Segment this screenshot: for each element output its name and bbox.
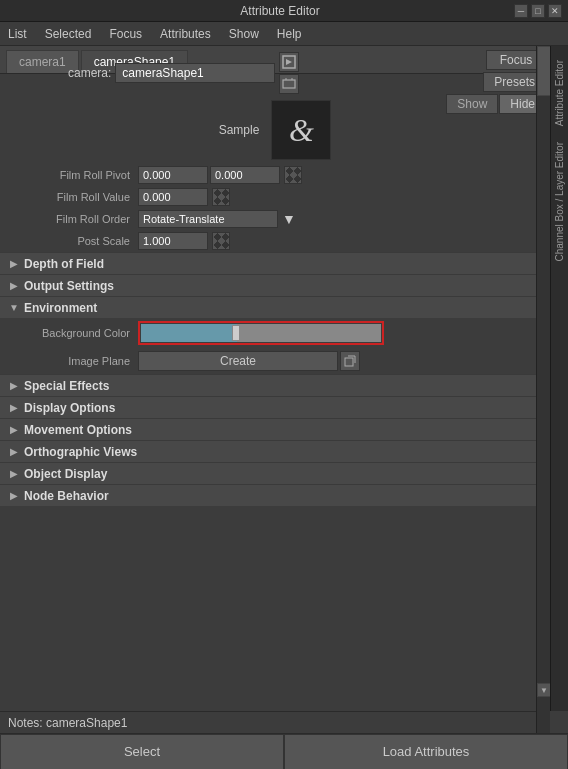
menu-help[interactable]: Help [273, 25, 306, 43]
scrollbar-down-arrow[interactable]: ▼ [537, 683, 550, 697]
bottom-bar: Select Load Attributes [0, 733, 568, 769]
sample-image: & [271, 100, 331, 160]
chevron-right-icon: ▶ [8, 258, 20, 270]
chevron-right-icon7: ▶ [8, 468, 20, 480]
section-depth-of-field-label: Depth of Field [24, 257, 104, 271]
load-attributes-button[interactable]: Load Attributes [284, 734, 568, 770]
section-movement-options-label: Movement Options [24, 423, 132, 437]
camera-icon-btn2[interactable] [279, 74, 299, 94]
menu-attributes[interactable]: Attributes [156, 25, 215, 43]
section-depth-of-field[interactable]: ▶ Depth of Field [0, 252, 550, 274]
maximize-button[interactable]: □ [531, 4, 545, 18]
right-sidebar: Attribute Editor Channel Box / Layer Edi… [550, 46, 568, 711]
section-orthographic-views-label: Orthographic Views [24, 445, 137, 459]
select-button[interactable]: Select [0, 734, 284, 770]
camera-input[interactable] [115, 63, 275, 83]
close-button[interactable]: ✕ [548, 4, 562, 18]
section-node-behavior[interactable]: ▶ Node Behavior [0, 484, 550, 506]
menu-list[interactable]: List [4, 25, 31, 43]
film-roll-pivot-x[interactable] [138, 166, 208, 184]
menu-focus[interactable]: Focus [105, 25, 146, 43]
prop-row-post-scale: Post Scale [0, 230, 550, 252]
film-roll-pivot-checker[interactable] [284, 166, 302, 184]
post-scale-label: Post Scale [8, 235, 138, 247]
menu-show[interactable]: Show [225, 25, 263, 43]
film-roll-value-label: Film Roll Value [8, 191, 138, 203]
camera-label: camera: [68, 66, 111, 80]
show-hide-row: Show Hide [446, 94, 546, 114]
minimize-button[interactable]: ─ [514, 4, 528, 18]
film-roll-order-input[interactable] [138, 210, 278, 228]
image-plane-row: Image Plane Create [0, 348, 550, 374]
chevron-down-icon: ▼ [8, 302, 20, 314]
section-environment[interactable]: ▼ Environment [0, 296, 550, 318]
notes-text: Notes: cameraShape1 [8, 716, 127, 730]
section-special-effects[interactable]: ▶ Special Effects [0, 374, 550, 396]
scrollbar-thumb[interactable] [537, 46, 550, 96]
section-movement-options[interactable]: ▶ Movement Options [0, 418, 550, 440]
sample-label: Sample [219, 123, 260, 137]
film-roll-pivot-label: Film Roll Pivot [8, 169, 138, 181]
section-output-settings-label: Output Settings [24, 279, 114, 293]
bg-color-label: Background Color [8, 327, 138, 339]
section-environment-label: Environment [24, 301, 97, 315]
section-object-display[interactable]: ▶ Object Display [0, 462, 550, 484]
notes-scrollbar[interactable] [536, 711, 550, 733]
sidebar-label-channel-box: Channel Box / Layer Editor [554, 142, 566, 262]
film-roll-value-input[interactable] [138, 188, 208, 206]
chevron-right-icon8: ▶ [8, 490, 20, 502]
svg-rect-2 [283, 80, 295, 88]
scrollbar[interactable]: ▼ [536, 46, 550, 711]
film-roll-pivot-y[interactable] [210, 166, 280, 184]
svg-rect-5 [345, 358, 353, 366]
menu-selected[interactable]: Selected [41, 25, 96, 43]
chevron-right-icon3: ▶ [8, 380, 20, 392]
image-plane-corner-btn[interactable] [340, 351, 360, 371]
section-output-settings[interactable]: ▶ Output Settings [0, 274, 550, 296]
image-plane-label: Image Plane [8, 355, 138, 367]
section-node-behavior-label: Node Behavior [24, 489, 109, 503]
prop-row-film-roll-value: Film Roll Value [0, 186, 550, 208]
show-button[interactable]: Show [446, 94, 498, 114]
bg-color-slider-container[interactable] [138, 321, 384, 345]
content-area: camera: Focus Presets Show Hide [0, 46, 550, 711]
window-title: Attribute Editor [46, 4, 514, 18]
menu-bar: List Selected Focus Attributes Show Help [0, 22, 568, 46]
svg-marker-1 [286, 59, 292, 65]
section-special-effects-label: Special Effects [24, 379, 109, 393]
notes-bar: Notes: cameraShape1 [0, 711, 550, 733]
bg-color-slider[interactable] [141, 324, 381, 342]
window-controls: ─ □ ✕ [514, 4, 562, 18]
film-roll-order-label: Film Roll Order [8, 213, 138, 225]
prop-row-film-roll-pivot: Film Roll Pivot [0, 164, 550, 186]
prop-row-film-roll-order: Film Roll Order ▼ [0, 208, 550, 230]
section-display-options[interactable]: ▶ Display Options [0, 396, 550, 418]
bg-color-row: Background Color [0, 318, 550, 348]
post-scale-input[interactable] [138, 232, 208, 250]
chevron-right-icon5: ▶ [8, 424, 20, 436]
title-bar: Attribute Editor ─ □ ✕ [0, 0, 568, 22]
film-roll-value-checker[interactable] [212, 188, 230, 206]
chevron-right-icon4: ▶ [8, 402, 20, 414]
section-display-options-label: Display Options [24, 401, 115, 415]
section-object-display-label: Object Display [24, 467, 107, 481]
chevron-right-icon6: ▶ [8, 446, 20, 458]
sidebar-label-attribute-editor: Attribute Editor [554, 60, 566, 126]
slider-thumb[interactable] [232, 325, 240, 341]
film-roll-order-dropdown[interactable]: ▼ [280, 211, 298, 227]
create-button[interactable]: Create [138, 351, 338, 371]
camera-icon-btn1[interactable] [279, 52, 299, 72]
section-orthographic-views[interactable]: ▶ Orthographic Views [0, 440, 550, 462]
post-scale-checker[interactable] [212, 232, 230, 250]
chevron-right-icon2: ▶ [8, 280, 20, 292]
